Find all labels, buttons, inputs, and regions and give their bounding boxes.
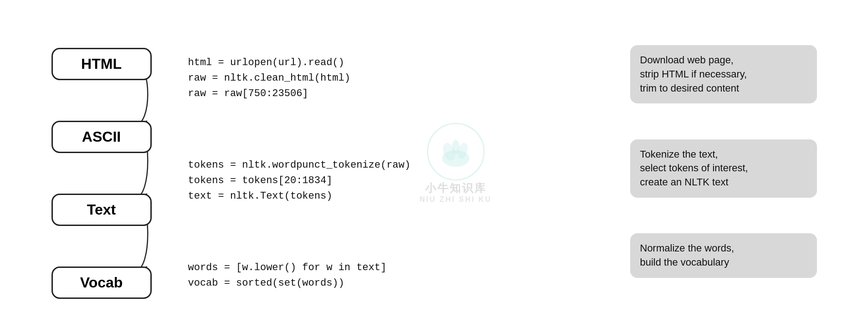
code-line-1-3: raw = raw[750:23506] [188, 86, 616, 102]
node-vocab-label: Vocab [80, 274, 123, 291]
code-line-2-2: tokens = tokens[20:1834] [188, 173, 616, 189]
node-ascii: ASCII [51, 121, 152, 153]
desc-2-line-3: create an NLTK text [640, 176, 729, 188]
code-line-3-2: vocab = sorted(set(words)) [188, 276, 616, 291]
desc-box-1: Download web page, strip HTML if necessa… [630, 45, 817, 103]
code-line-2-3: text = nltk.Text(tokens) [188, 189, 616, 204]
desc-2-line-2: select tokens of interest, [640, 162, 748, 174]
nodes-column: HTML ASCII Text Vocab [51, 27, 152, 319]
code-column: html = urlopen(url).read() raw = nltk.cl… [152, 27, 616, 319]
node-html-label: HTML [81, 56, 122, 72]
node-ascii-label: ASCII [82, 128, 121, 145]
desc-box-3: Normalize the words, build the vocabular… [630, 233, 817, 278]
code-line-2-1: tokens = nltk.wordpunct_tokenize(raw) [188, 158, 616, 173]
node-vocab: Vocab [51, 267, 152, 299]
code-line-1-2: raw = nltk.clean_html(html) [188, 71, 616, 86]
desc-3-line-2: build the vocabulary [640, 256, 729, 268]
desc-3-line-1: Normalize the words, [640, 242, 734, 254]
node-html: HTML [51, 48, 152, 80]
code-line-1-1: html = urlopen(url).read() [188, 55, 616, 71]
code-section-3: words = [w.lower() for w in text] vocab … [188, 260, 616, 291]
desc-1-line-3: trim to desired content [640, 82, 740, 94]
code-section-1: html = urlopen(url).read() raw = nltk.cl… [188, 55, 616, 102]
node-text-label: Text [87, 201, 116, 218]
desc-1-line-2: strip HTML if necessary, [640, 68, 747, 80]
node-text: Text [51, 194, 152, 226]
code-line-3-1: words = [w.lower() for w in text] [188, 260, 616, 276]
desc-column: Download web page, strip HTML if necessa… [616, 27, 817, 296]
code-section-2: tokens = nltk.wordpunct_tokenize(raw) to… [188, 158, 616, 204]
desc-2-line-1: Tokenize the text, [640, 149, 718, 160]
desc-1-line-1: Download web page, [640, 54, 734, 66]
desc-box-2: Tokenize the text, select tokens of inte… [630, 139, 817, 198]
